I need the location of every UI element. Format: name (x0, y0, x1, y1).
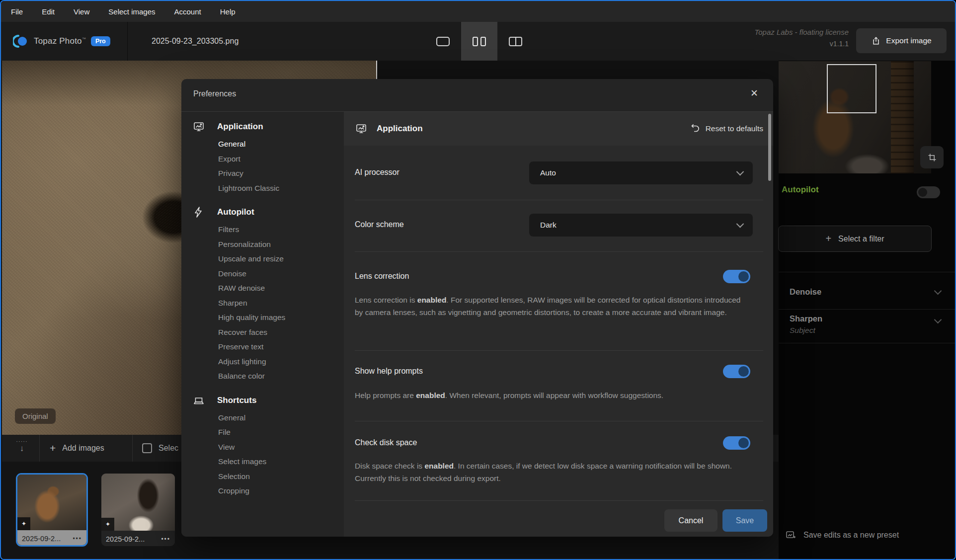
help-prompts-toggle[interactable] (723, 365, 750, 378)
sidebar-item-high-quality[interactable]: High quality images (218, 310, 344, 325)
preferences-dialog: Preferences ✕ Application General Export… (181, 79, 773, 537)
sidebar-item-shortcuts-general[interactable]: General (218, 410, 344, 425)
crop-button[interactable] (920, 146, 944, 168)
thumbnail[interactable]: ✦ 2025-09-2... ••• (101, 474, 175, 546)
sidebar-item-general[interactable]: General (218, 137, 344, 152)
zoom-region-rectangle[interactable] (827, 64, 876, 113)
save-button[interactable]: Save (722, 509, 767, 532)
sidebar-item-upscale[interactable]: Upscale and resize (218, 251, 344, 266)
sidebar-item-export[interactable]: Export (218, 152, 344, 166)
menu-select-images[interactable]: Select images (108, 7, 155, 16)
sidebar-item-raw-denoise[interactable]: RAW denoise (218, 281, 344, 296)
ai-processed-icon: ✦ (101, 518, 114, 531)
select-filter-label: Select a filter (838, 235, 884, 243)
preferences-sidebar: Application General Export Privacy Light… (181, 112, 344, 537)
reset-icon (689, 124, 700, 134)
select-filter-button[interactable]: + Select a filter (778, 226, 932, 252)
thumbnail-menu-button[interactable]: ••• (161, 536, 170, 543)
split-view-button[interactable] (497, 22, 534, 61)
sidebar-item-preserve-text[interactable]: Preserve text (218, 339, 344, 354)
sidebar-item-denoise[interactable]: Denoise (218, 266, 344, 281)
crop-icon (927, 153, 937, 162)
thumbnail-menu-button[interactable]: ••• (73, 535, 82, 542)
section-label: Application (217, 122, 263, 132)
color-scheme-value: Dark (540, 221, 557, 230)
row-separator (355, 200, 763, 200)
single-view-button[interactable] (425, 22, 461, 61)
menu-file[interactable]: File (11, 7, 23, 16)
row-separator (355, 421, 763, 421)
row-separator (355, 251, 763, 252)
export-icon (871, 36, 881, 46)
autopilot-toggle[interactable] (917, 186, 940, 198)
reset-defaults-button[interactable]: Reset to defaults (689, 124, 763, 134)
sidebar-item-balance-color[interactable]: Balance color (218, 369, 344, 384)
select-checkbox[interactable] (142, 443, 152, 453)
section-header: Application Reset to defaults (344, 112, 773, 146)
sidebar-item-filters[interactable]: Filters (218, 222, 344, 237)
sidebar-item-lightroom[interactable]: Lightroom Classic (218, 181, 344, 196)
export-image-button[interactable]: Export image (856, 28, 947, 53)
trademark: ™ (82, 37, 86, 41)
side-by-side-view-icon (473, 37, 486, 46)
save-preset-button[interactable]: Save edits as a new preset (785, 529, 899, 541)
sidebar-item-shortcuts-select[interactable]: Select images (218, 454, 344, 469)
view-divider (376, 61, 377, 79)
navigator-preview[interactable] (779, 61, 931, 173)
sidebar-item-shortcuts-view[interactable]: View (218, 440, 344, 455)
app-window: File Edit View Select images Account Hel… (0, 0, 956, 560)
sidebar-section-autopilot[interactable]: Autopilot (192, 205, 344, 219)
thumbnail-filename: 2025-09-2... (106, 535, 145, 543)
disk-space-toggle[interactable] (723, 436, 750, 450)
select-label: Selec (159, 444, 178, 453)
denoise-section[interactable]: Denoise (790, 287, 821, 297)
menu-edit[interactable]: Edit (42, 7, 55, 16)
shortcuts-icon (192, 395, 205, 406)
lens-correction-toggle[interactable] (723, 270, 750, 283)
preferences-main: Application Reset to defaults AI process… (344, 112, 773, 537)
chevron-down-icon (736, 167, 744, 175)
processed-image-view[interactable] (378, 61, 779, 79)
chevron-down-icon[interactable] (934, 316, 942, 324)
side-by-side-view-button[interactable] (461, 22, 497, 61)
ai-processor-dropdown[interactable]: Auto (529, 161, 753, 184)
menu-account[interactable]: Account (174, 7, 201, 16)
collapse-filmstrip-button[interactable]: ····· ↓ (13, 439, 31, 458)
panel-separator (779, 309, 956, 310)
sidebar-section-application[interactable]: Application (192, 120, 344, 134)
split-view-icon (509, 37, 522, 46)
panel-separator (779, 272, 956, 272)
dialog-close-button[interactable]: ✕ (750, 87, 758, 99)
sidebar-item-shortcuts-file[interactable]: File (218, 425, 344, 440)
select-checkbox-group[interactable]: Selec (142, 435, 178, 462)
plus-icon: + (50, 442, 56, 454)
sidebar-item-privacy[interactable]: Privacy (218, 166, 344, 181)
cancel-button[interactable]: Cancel (664, 509, 717, 532)
menu-help[interactable]: Help (220, 7, 236, 16)
sidebar-item-personalization[interactable]: Personalization (218, 237, 344, 252)
ai-processed-icon: ✦ (17, 517, 30, 530)
thumbnail-selected[interactable]: ✦ 2025-09-2... ••• (16, 473, 88, 547)
menu-view[interactable]: View (74, 7, 89, 16)
save-preset-label: Save edits as a new preset (803, 531, 899, 540)
section-title: Application (377, 124, 423, 134)
chevron-down-icon[interactable] (934, 287, 942, 295)
ai-processor-label: AI processor (355, 168, 399, 177)
app-header: Topaz Photo™ Pro 2025-09-23_203305.png T… (1, 22, 955, 61)
sidebar-item-adjust-lighting[interactable]: Adjust lighting (218, 354, 344, 369)
color-scheme-dropdown[interactable]: Dark (529, 214, 753, 237)
dialog-scrollbar[interactable] (768, 114, 771, 181)
add-images-button[interactable]: + Add images (50, 435, 104, 462)
disk-space-description: Disk space check is enabled. In certain … (355, 460, 748, 484)
dialog-title: Preferences (193, 89, 236, 98)
toolbar-divider (39, 435, 40, 462)
version-text: v1.1.1 (754, 40, 849, 48)
sidebar-item-shortcuts-cropping[interactable]: Cropping (218, 483, 344, 498)
sidebar-item-sharpen[interactable]: Sharpen (218, 296, 344, 311)
license-info: Topaz Labs - floating license v1.1.1 (754, 28, 849, 48)
sidebar-item-recover-faces[interactable]: Recover faces (218, 325, 344, 340)
toolbar-divider (132, 435, 133, 462)
sidebar-section-shortcuts[interactable]: Shortcuts (192, 394, 344, 407)
sidebar-item-shortcuts-selection[interactable]: Selection (218, 469, 344, 484)
sharpen-section[interactable]: Sharpen (790, 314, 822, 323)
